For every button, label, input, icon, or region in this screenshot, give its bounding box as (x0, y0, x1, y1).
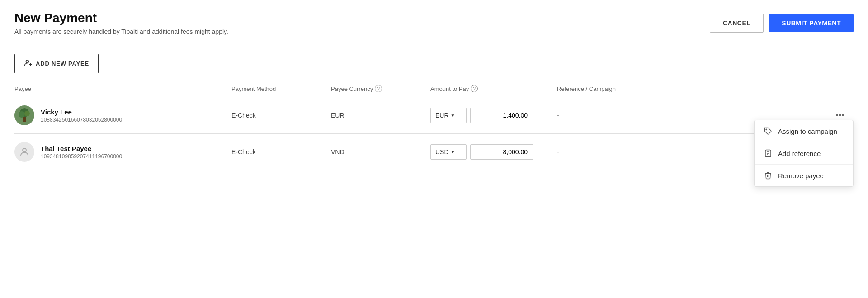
currency-value: USD (435, 148, 449, 156)
payee-cell-vicky: Vicky Lee 108834250166078032052800000 (14, 105, 231, 125)
payment-method-cell: E-Check (231, 148, 331, 156)
table-row: Vicky Lee 108834250166078032052800000 E-… (14, 97, 854, 134)
svg-point-8 (766, 129, 767, 130)
table-header: Payee Payment Method Payee Currency ? Am… (14, 80, 854, 97)
payee-name: Vicky Lee (41, 108, 122, 116)
payee-name: Thai Test Payee (41, 145, 122, 152)
payee-id: 109348109859207411196700000 (41, 153, 122, 160)
dropdown-arrow-icon: ▼ (451, 150, 455, 155)
col-actions (826, 85, 854, 92)
avatar (14, 105, 34, 125)
header-left: New Payment All payments are securely ha… (14, 11, 228, 35)
submit-payment-button[interactable]: SUBMIT PAYMENT (769, 14, 854, 32)
svg-point-13 (23, 148, 26, 152)
tag-icon (764, 127, 773, 136)
payee-info-thai: Thai Test Payee 109348109859207411196700… (41, 145, 122, 160)
page-title: New Payment (14, 11, 228, 25)
cancel-button[interactable]: CANCEL (710, 14, 764, 33)
add-reference-item[interactable]: Add reference (755, 142, 853, 165)
page-subtitle: All payments are securely handled by Tip… (14, 28, 228, 35)
reference-cell: - (557, 112, 826, 119)
svg-point-0 (26, 60, 29, 63)
payee-id: 108834250166078032052800000 (41, 117, 122, 123)
payee-info: Vicky Lee 108834250166078032052800000 (41, 108, 122, 123)
ellipsis-icon: ••• (836, 111, 844, 120)
svg-point-6 (19, 111, 25, 118)
remove-payee-item[interactable]: Remove payee (755, 165, 853, 186)
avatar-placeholder (14, 142, 34, 162)
payee-currency-cell: VND (331, 148, 430, 156)
dropdown-arrow-icon: ▼ (451, 113, 455, 118)
col-payment-method: Payment Method (231, 85, 331, 92)
col-amount-to-pay: Amount to Pay ? (430, 85, 557, 92)
amount-to-pay-info-icon[interactable]: ? (471, 85, 478, 92)
amount-cell: EUR ▼ (430, 108, 557, 123)
context-menu: Assign to campaign Add reference (754, 120, 854, 187)
amount-input[interactable] (470, 108, 533, 123)
trash-icon (764, 171, 773, 180)
assign-to-campaign-item[interactable]: Assign to campaign (755, 120, 853, 142)
col-payee-currency: Payee Currency ? (331, 85, 430, 92)
amount-cell-thai: USD ▼ (430, 144, 557, 160)
svg-point-7 (24, 111, 30, 116)
col-payee: Payee (14, 85, 231, 92)
currency-select-thai[interactable]: USD ▼ (430, 144, 467, 160)
assign-campaign-label: Assign to campaign (778, 128, 837, 135)
add-payee-label: ADD NEW PAYEE (36, 60, 89, 67)
add-new-payee-button[interactable]: ADD NEW PAYEE (14, 54, 99, 73)
currency-value: EUR (435, 112, 449, 119)
payments-table: Payee Payment Method Payee Currency ? Am… (0, 80, 868, 170)
currency-select[interactable]: EUR ▼ (430, 108, 467, 123)
svg-rect-5 (23, 117, 26, 122)
payee-cell-thai: Thai Test Payee 109348109859207411196700… (14, 142, 231, 162)
remove-payee-label: Remove payee (778, 172, 824, 180)
col-reference-campaign: Reference / Campaign (557, 85, 826, 92)
add-payee-section: ADD NEW PAYEE (0, 43, 868, 80)
doc-icon (764, 149, 773, 158)
table-row: Thai Test Payee 109348109859207411196700… (14, 134, 854, 170)
payee-currency-cell: EUR (331, 112, 430, 119)
page-header: New Payment All payments are securely ha… (0, 0, 868, 43)
payee-currency-info-icon[interactable]: ? (375, 85, 382, 92)
amount-input-thai[interactable] (470, 144, 533, 160)
payment-method-cell: E-Check (231, 112, 331, 119)
add-payee-icon (24, 59, 32, 68)
add-reference-label: Add reference (778, 150, 821, 157)
header-actions: CANCEL SUBMIT PAYMENT (710, 14, 854, 33)
